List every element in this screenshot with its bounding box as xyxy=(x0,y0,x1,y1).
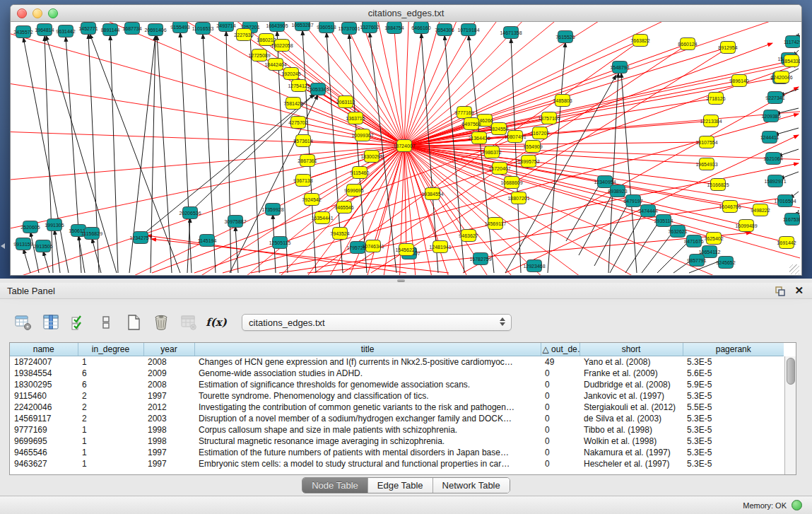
graph-node[interactable]: 16099489 xyxy=(735,220,757,232)
table-cell-short[interactable]: Hescheler et al. (1997) xyxy=(579,458,683,469)
graph-node[interactable]: 8471676 xyxy=(684,235,703,247)
graph-node[interactable]: 7924542 xyxy=(302,194,321,206)
graph-node[interactable]: 2935114 xyxy=(654,215,673,227)
graph-node[interactable]: 2063112 xyxy=(336,96,355,108)
graph-edge-black[interactable] xyxy=(78,235,85,273)
graph-node[interactable]: 11156829 xyxy=(81,228,102,240)
table-cell-name[interactable]: 19384554 xyxy=(10,368,78,379)
network-window-titlebar[interactable]: citations_edges.txt xyxy=(11,5,801,22)
graph-edge-red[interactable] xyxy=(404,146,800,275)
graph-edge-red[interactable] xyxy=(404,146,800,275)
graph-node[interactable]: 7625402 xyxy=(704,233,723,245)
graph-edge-black[interactable] xyxy=(187,218,190,273)
graph-node[interactable]: 12481941 xyxy=(429,241,451,253)
graph-node[interactable]: 2520605 xyxy=(20,221,40,233)
table-row[interactable]: 1872400712008Changes of HCN gene express… xyxy=(10,356,784,368)
close-panel-icon[interactable]: ✕ xyxy=(794,286,804,296)
graph-node[interactable]: 9227341 xyxy=(765,92,784,104)
graph-node[interactable]: 2435572 xyxy=(13,26,33,38)
table-settings-icon[interactable] xyxy=(13,311,34,334)
table-cell-name[interactable]: 9463627 xyxy=(10,458,78,469)
table-cell-pagerank[interactable]: 5.3E-5 xyxy=(683,390,784,402)
column-header-in_degree[interactable]: in_degree xyxy=(78,343,143,356)
graph-edge-red[interactable] xyxy=(11,22,404,146)
graph-edge-black[interactable] xyxy=(548,42,565,273)
graph-node[interactable]: 9245652 xyxy=(716,257,735,269)
graph-node[interactable]: 3824554 xyxy=(489,123,508,135)
graph-edge-red[interactable] xyxy=(404,40,640,146)
table-row[interactable]: 2242004622012Investigating the contribut… xyxy=(10,402,784,413)
graph-edge-red[interactable] xyxy=(404,146,800,275)
graph-node[interactable]: 1548794 xyxy=(610,62,629,74)
select-rows-icon[interactable] xyxy=(68,311,89,334)
row-height-icon[interactable] xyxy=(95,311,117,334)
table-cell-out_degree[interactable]: 0 xyxy=(541,436,579,447)
table-cell-name[interactable]: 18300295 xyxy=(10,379,78,390)
graph-node[interactable]: 15892971 xyxy=(764,175,786,187)
panel-collapse-arrow-icon[interactable] xyxy=(1,243,5,249)
table-cell-title[interactable]: Changes of HCN gene expression and I(f) … xyxy=(194,356,541,368)
minimize-window-icon[interactable] xyxy=(33,8,42,18)
graph-node[interactable]: 9857791 xyxy=(687,255,706,267)
table-cell-year[interactable]: 1997 xyxy=(143,390,194,402)
graph-node[interactable]: 1167530 xyxy=(783,214,800,226)
table-cell-short[interactable]: de Silva et al. (2003) xyxy=(579,413,683,424)
graph-node[interactable]: 9631442 xyxy=(56,25,75,37)
graph-node[interactable]: 16782759 xyxy=(469,253,491,265)
graph-node[interactable]: 9360518 xyxy=(317,22,336,33)
graph-node[interactable]: 20206536 xyxy=(179,207,201,219)
table-row[interactable]: 977716911998Corpus callosum shape and si… xyxy=(10,424,784,436)
graph-node[interactable]: 17016504 xyxy=(774,195,796,207)
graph-node[interactable]: 1167207 xyxy=(531,127,550,139)
table-cell-in_degree[interactable]: 6 xyxy=(78,368,143,379)
graph-node[interactable]: 2913506 xyxy=(33,240,52,252)
graph-node[interactable]: 16046766 xyxy=(719,201,741,213)
table-cell-short[interactable]: Jankovic et al. (1997) xyxy=(579,390,683,402)
graph-node[interactable]: 15166825 xyxy=(707,179,729,191)
graph-node[interactable]: 19654933 xyxy=(695,158,717,170)
graph-edge-black[interactable] xyxy=(302,30,316,273)
graph-node[interactable]: 1691442 xyxy=(777,237,796,249)
table-selector-dropdown[interactable]: citations_edges.txt xyxy=(242,314,512,331)
table-cell-out_degree[interactable]: 0 xyxy=(541,368,579,379)
table-cell-title[interactable]: Corpus callosum shape and size in male p… xyxy=(194,424,541,436)
table-cell-out_degree[interactable]: 0 xyxy=(541,458,579,469)
table-row[interactable]: 1456911722003Disruption of a novel membe… xyxy=(10,413,784,424)
graph-node[interactable]: 1452771 xyxy=(78,23,98,35)
table-cell-out_degree[interactable]: 0 xyxy=(541,424,579,436)
graph-node[interactable]: 10653287 xyxy=(291,22,313,31)
graph-node[interactable]: 7632621 xyxy=(668,226,687,238)
graph-edge-black[interactable] xyxy=(235,226,238,273)
table-cell-pagerank[interactable]: 5.3E-5 xyxy=(683,436,784,447)
graph-edge-black[interactable] xyxy=(226,31,231,273)
graph-node[interactable]: 16643905 xyxy=(266,22,288,32)
graph-edge-black[interactable] xyxy=(180,33,192,273)
graph-edge-red[interactable] xyxy=(404,146,746,226)
graph-edge-red[interactable] xyxy=(11,22,404,146)
graph-node[interactable]: 1117429 xyxy=(784,36,800,48)
graph-node[interactable]: 11016533 xyxy=(192,23,214,35)
table-cell-short[interactable]: Yano et al. (2008) xyxy=(579,356,683,368)
graph-node[interactable]: 18107554 xyxy=(695,136,717,148)
table-cell-year[interactable]: 2009 xyxy=(143,368,194,379)
graph-node[interactable]: 18995752 xyxy=(517,156,539,168)
table-cell-title[interactable]: Tourette syndrome. Phenomenology and cla… xyxy=(194,390,541,402)
graph-node[interactable]: 9913159 xyxy=(13,238,33,250)
graph-node[interactable]: 30975887 xyxy=(224,216,246,228)
graph-edge-black[interactable] xyxy=(30,232,39,273)
graph-node[interactable]: 16354441 xyxy=(311,212,333,224)
graph-node[interactable]: 9155493 xyxy=(170,22,189,33)
graph-node[interactable]: 10807491 xyxy=(504,131,526,143)
table-cell-year[interactable]: 2003 xyxy=(143,413,194,424)
table-cell-name[interactable]: 9465546 xyxy=(10,447,78,458)
window-resize-grip[interactable] xyxy=(789,264,799,274)
table-cell-title[interactable]: Structural magnetic resonance image aver… xyxy=(194,436,541,447)
table-cell-year[interactable]: 1997 xyxy=(143,447,194,458)
table-cell-pagerank[interactable]: 5.6E-5 xyxy=(683,368,784,379)
graph-node[interactable]: 7485803 xyxy=(553,95,572,107)
table-cell-pagerank[interactable]: 5.5E-5 xyxy=(683,402,784,413)
table-cell-in_degree[interactable]: 2 xyxy=(78,413,143,424)
tab-edge-table[interactable]: Edge Table xyxy=(368,478,433,493)
graph-node[interactable]: 8938923 xyxy=(608,185,627,197)
graph-node[interactable]: 8912954 xyxy=(718,42,737,54)
